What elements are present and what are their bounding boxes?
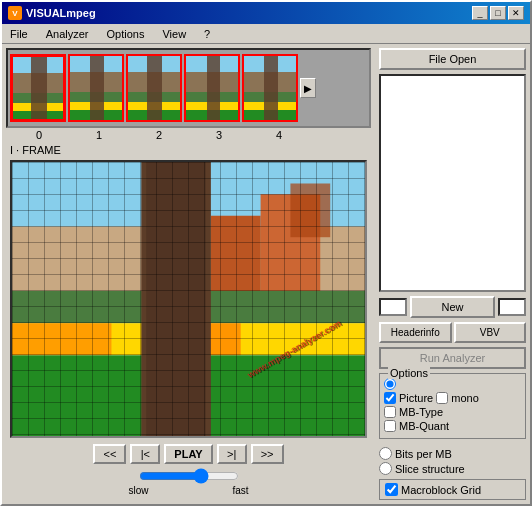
window-title: VISUALmpeg — [26, 7, 96, 19]
fast-label: fast — [232, 485, 248, 496]
menu-options[interactable]: Options — [103, 27, 149, 41]
rewind-button[interactable]: |< — [130, 444, 160, 464]
mb-quant-row: MB-Quant — [384, 420, 521, 432]
film-frame-3[interactable] — [184, 54, 240, 122]
rewind-fast-button[interactable]: << — [93, 444, 126, 464]
mb-type-label: MB-Type — [399, 406, 443, 418]
frame-num-4: 4 — [250, 129, 308, 141]
slow-label: slow — [129, 485, 149, 496]
svg-rect-23 — [207, 56, 220, 120]
right-panel: File Open flower.m1v 0 New 6 Headerinfo … — [375, 44, 530, 504]
mb-type-row: MB-Type — [384, 406, 521, 418]
bits-per-mb-row: Bits per MB — [379, 447, 526, 460]
svg-rect-34 — [290, 183, 330, 237]
title-bar-left: V VISUALmpeg — [8, 6, 96, 20]
playback-buttons: << |< PLAY >| >> — [93, 444, 283, 464]
new-button[interactable]: New — [410, 296, 495, 318]
headerinfo-button[interactable]: Headerinfo — [379, 322, 452, 343]
macroblock-grid-label: Macroblock Grid — [401, 484, 481, 496]
frame-num-0: 0 — [10, 129, 68, 141]
slice-structure-radio[interactable] — [379, 462, 392, 475]
speed-control: slow fast — [129, 468, 249, 496]
film-frame-4[interactable] — [242, 54, 298, 122]
speed-labels: slow fast — [129, 485, 249, 496]
picture-row: Picture mono — [384, 392, 521, 404]
frame-number-input[interactable]: 0 — [379, 298, 407, 316]
speed-slider-container — [139, 468, 239, 484]
minimize-button[interactable]: _ — [472, 6, 488, 20]
title-bar-controls: _ □ ✕ — [472, 6, 524, 20]
play-button[interactable]: PLAY — [164, 444, 212, 464]
mb-type-checkbox[interactable] — [384, 406, 396, 418]
svg-rect-37 — [12, 323, 111, 355]
frame-count-input[interactable]: 6 — [498, 298, 526, 316]
forward-button[interactable]: >| — [217, 444, 247, 464]
menu-view[interactable]: View — [158, 27, 190, 41]
slice-structure-label: Slice structure — [395, 463, 465, 475]
speed-slider[interactable] — [139, 468, 239, 484]
mb-quant-label: MB-Quant — [399, 420, 449, 432]
mono-checkbox[interactable] — [436, 392, 448, 404]
bits-per-mb-label: Bits per MB — [395, 448, 452, 460]
mono-label: mono — [451, 392, 479, 404]
vbv-button[interactable]: VBV — [454, 322, 527, 343]
filename-input[interactable]: flower.m1v — [379, 74, 526, 292]
run-analyzer-button[interactable]: Run Analyzer — [379, 347, 526, 369]
mb-quant-checkbox[interactable] — [384, 420, 396, 432]
header-vbv-row: Headerinfo VBV — [379, 322, 526, 343]
film-frame-2[interactable] — [126, 54, 182, 122]
frame-numbers: 0 1 2 3 4 — [6, 128, 371, 142]
frame-num-3: 3 — [190, 129, 248, 141]
svg-rect-11 — [90, 56, 104, 120]
filmstrip-next-button[interactable]: ▶ — [300, 78, 316, 98]
radio-group: Bits per MB Slice structure — [379, 447, 526, 475]
menu-bar: File Analyzer Options View ? — [2, 24, 530, 44]
playback-controls: << |< PLAY >| >> slow fast — [6, 440, 371, 500]
picture-checkbox[interactable] — [384, 392, 396, 404]
filmstrip: ▶ — [6, 48, 371, 128]
maximize-button[interactable]: □ — [490, 6, 506, 20]
options-radio-row — [384, 378, 521, 390]
slice-structure-row: Slice structure — [379, 462, 526, 475]
film-frame-0[interactable] — [10, 54, 66, 122]
options-radio[interactable] — [384, 378, 396, 390]
svg-rect-17 — [147, 56, 162, 120]
svg-rect-29 — [264, 56, 278, 120]
film-frame-1[interactable] — [68, 54, 124, 122]
menu-help[interactable]: ? — [200, 27, 214, 41]
video-display: www.mpeg-analyzer.com — [10, 160, 367, 438]
svg-rect-5 — [31, 57, 47, 121]
frame-num-1: 1 — [70, 129, 128, 141]
app-icon: V — [8, 6, 22, 20]
content-area: ▶ 0 1 2 3 4 I · FRAME — [2, 44, 530, 504]
left-panel: ▶ 0 1 2 3 4 I · FRAME — [2, 44, 375, 504]
options-group: Options Picture mono MB-Type M — [379, 373, 526, 439]
options-legend: Options — [388, 367, 430, 379]
menu-analyzer[interactable]: Analyzer — [42, 27, 93, 41]
bits-per-mb-radio[interactable] — [379, 447, 392, 460]
video-inner: www.mpeg-analyzer.com — [12, 162, 365, 436]
svg-rect-41 — [146, 162, 206, 436]
picture-label: Picture — [399, 392, 433, 404]
frame-type-label: I · FRAME — [6, 142, 371, 158]
frame-num-2: 2 — [130, 129, 188, 141]
frame-number-row: 0 New 6 — [379, 296, 526, 318]
forward-fast-button[interactable]: >> — [251, 444, 284, 464]
close-button[interactable]: ✕ — [508, 6, 524, 20]
macroblock-grid-row: Macroblock Grid — [379, 479, 526, 500]
macroblock-grid-checkbox[interactable] — [385, 483, 398, 496]
file-open-button[interactable]: File Open — [379, 48, 526, 70]
title-bar: V VISUALmpeg _ □ ✕ — [2, 2, 530, 24]
main-window: V VISUALmpeg _ □ ✕ File Analyzer Options… — [0, 0, 532, 506]
menu-file[interactable]: File — [6, 27, 32, 41]
